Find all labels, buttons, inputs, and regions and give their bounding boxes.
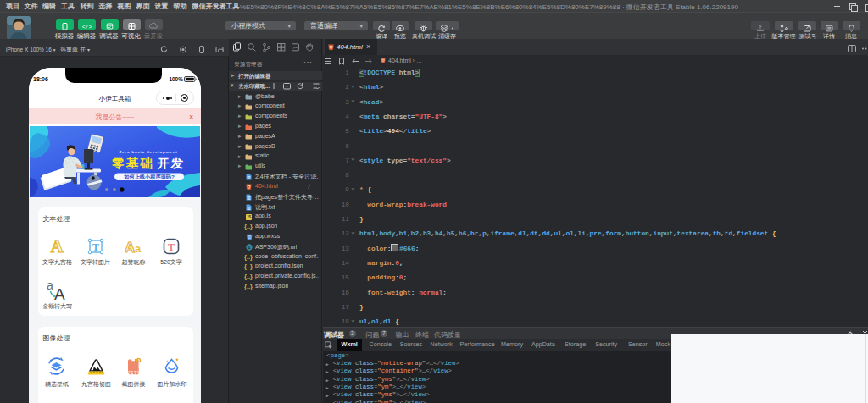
svg-text:a: a: [135, 242, 142, 255]
svg-text:·Zero basic development·: ·Zero basic development·: [117, 150, 180, 154]
svg-text:A: A: [54, 285, 65, 301]
svg-text:A: A: [125, 240, 135, 256]
svg-text:a: a: [47, 279, 53, 292]
svg-text:JS: JS: [247, 215, 252, 219]
svg-text:{..}: {..}: [244, 224, 253, 230]
svg-text:{..}: {..}: [244, 254, 253, 261]
svg-text:{..}: {..}: [244, 263, 253, 270]
svg-text:{..}: {..}: [244, 273, 253, 280]
svg-text:A: A: [50, 237, 64, 256]
svg-text:如何上线小程序源码?: 如何上线小程序源码?: [123, 174, 175, 180]
svg-text:T: T: [168, 241, 175, 253]
svg-text:零基础: 零基础: [112, 157, 154, 170]
svg-text:开发: 开发: [157, 157, 185, 170]
svg-text:T: T: [92, 241, 98, 253]
svg-text:</>: </>: [82, 25, 92, 30]
svg-text:{..}: {..}: [244, 284, 253, 290]
